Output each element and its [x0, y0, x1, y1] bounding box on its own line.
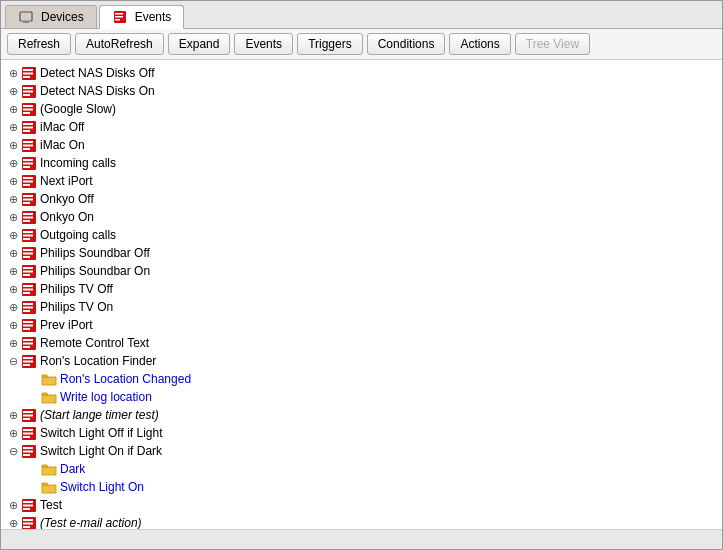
tree-expander[interactable]: [5, 119, 21, 135]
svg-rect-88: [23, 501, 33, 503]
tree-expander[interactable]: [5, 83, 21, 99]
tree-item[interactable]: Onkyo On: [1, 208, 722, 226]
tree-item[interactable]: Philips Soundbar On: [1, 262, 722, 280]
tree-expander[interactable]: [5, 353, 21, 369]
event-icon: [21, 84, 37, 98]
tree-expander[interactable]: [5, 191, 21, 207]
event-icon: [21, 408, 37, 422]
tree-item[interactable]: Philips TV Off: [1, 280, 722, 298]
svg-rect-28: [23, 159, 33, 161]
tree-expander[interactable]: [5, 497, 21, 513]
tree-expander[interactable]: [5, 245, 21, 261]
events-button[interactable]: Events: [234, 33, 293, 55]
tree-expander[interactable]: [5, 101, 21, 117]
event-icon: [21, 282, 37, 296]
svg-rect-57: [23, 288, 33, 290]
svg-rect-50: [23, 256, 30, 258]
tree-item[interactable]: Dark: [1, 460, 722, 478]
svg-rect-38: [23, 202, 30, 204]
tree-item[interactable]: (Google Slow): [1, 100, 722, 118]
tree-item[interactable]: Ron's Location Finder: [1, 352, 722, 370]
svg-rect-33: [23, 180, 33, 182]
svg-rect-86: [23, 454, 30, 456]
svg-rect-34: [23, 184, 30, 186]
tree-expander[interactable]: [5, 425, 21, 441]
tree-expander[interactable]: [5, 173, 21, 189]
svg-rect-32: [23, 177, 33, 179]
tab-events[interactable]: Events: [99, 5, 185, 29]
tree-expander[interactable]: [5, 407, 21, 423]
autorefresh-button[interactable]: AutoRefresh: [75, 33, 164, 55]
tree-item[interactable]: Ron's Location Changed: [1, 370, 722, 388]
tree-expander[interactable]: [5, 335, 21, 351]
svg-rect-5: [115, 16, 123, 18]
tree-item-label: Incoming calls: [40, 156, 116, 170]
tree-expander[interactable]: [5, 317, 21, 333]
tree-item[interactable]: Remote Control Text: [1, 334, 722, 352]
tree-item[interactable]: Philips TV On: [1, 298, 722, 316]
tree-expander[interactable]: [5, 515, 21, 529]
tree-expander[interactable]: [5, 227, 21, 243]
device-tab-icon: [18, 10, 34, 24]
svg-rect-45: [23, 234, 33, 236]
triggers-button[interactable]: Triggers: [297, 33, 363, 55]
tree-expander[interactable]: [5, 443, 21, 459]
svg-rect-49: [23, 252, 33, 254]
tree-item[interactable]: Switch Light On if Dark: [1, 442, 722, 460]
tree-item[interactable]: Switch Light Off if Light: [1, 424, 722, 442]
tree-expander[interactable]: [5, 65, 21, 81]
tree-item[interactable]: Write log location: [1, 388, 722, 406]
tree-expander[interactable]: [5, 137, 21, 153]
svg-rect-14: [23, 94, 30, 96]
tree-expander[interactable]: [5, 155, 21, 171]
svg-rect-10: [23, 76, 30, 78]
event-icon: [21, 246, 37, 260]
tree-item[interactable]: Detect NAS Disks Off: [1, 64, 722, 82]
main-window: Devices Events Refresh AutoRefresh Expan…: [0, 0, 723, 550]
tree-item[interactable]: Test: [1, 496, 722, 514]
svg-rect-42: [23, 220, 30, 222]
actions-button[interactable]: Actions: [449, 33, 510, 55]
svg-rect-69: [23, 342, 33, 344]
tree-item[interactable]: Onkyo Off: [1, 190, 722, 208]
tree-area[interactable]: Detect NAS Disks Off Detect NAS Disks On…: [1, 60, 722, 529]
event-icon: [21, 354, 37, 368]
tree-item[interactable]: iMac Off: [1, 118, 722, 136]
svg-rect-8: [23, 69, 33, 71]
svg-rect-85: [23, 450, 33, 452]
tree-item[interactable]: (Start lange timer test): [1, 406, 722, 424]
tab-devices[interactable]: Devices: [5, 5, 97, 28]
svg-rect-93: [23, 522, 33, 524]
tree-item-label: Onkyo Off: [40, 192, 94, 206]
folder-icon: [41, 390, 57, 404]
refresh-button[interactable]: Refresh: [7, 33, 71, 55]
tree-expander[interactable]: [5, 263, 21, 279]
tree-expander[interactable]: [5, 281, 21, 297]
conditions-button[interactable]: Conditions: [367, 33, 446, 55]
tree-item-label: Philips TV Off: [40, 282, 113, 296]
tree-item-label: Detect NAS Disks Off: [40, 66, 154, 80]
tree-item[interactable]: Outgoing calls: [1, 226, 722, 244]
svg-rect-64: [23, 321, 33, 323]
treeview-button[interactable]: Tree View: [515, 33, 590, 55]
svg-rect-16: [23, 105, 33, 107]
tree-item-label: Philips Soundbar Off: [40, 246, 150, 260]
expand-button[interactable]: Expand: [168, 33, 231, 55]
tree-item[interactable]: (Test e-mail action): [1, 514, 722, 529]
event-icon: [21, 426, 37, 440]
tree-expander[interactable]: [5, 209, 21, 225]
tree-item[interactable]: Philips Soundbar Off: [1, 244, 722, 262]
tree-item[interactable]: Incoming calls: [1, 154, 722, 172]
tree-item[interactable]: iMac On: [1, 136, 722, 154]
tab-bar: Devices Events: [1, 1, 722, 29]
tree-item[interactable]: Prev iPort: [1, 316, 722, 334]
tree-item[interactable]: Next iPort: [1, 172, 722, 190]
tree-expander[interactable]: [5, 299, 21, 315]
event-icon: [21, 156, 37, 170]
svg-rect-2: [21, 20, 31, 21]
svg-rect-92: [23, 519, 33, 521]
tree-item[interactable]: Detect NAS Disks On: [1, 82, 722, 100]
svg-rect-61: [23, 306, 33, 308]
tree-item[interactable]: Switch Light On: [1, 478, 722, 496]
svg-rect-40: [23, 213, 33, 215]
